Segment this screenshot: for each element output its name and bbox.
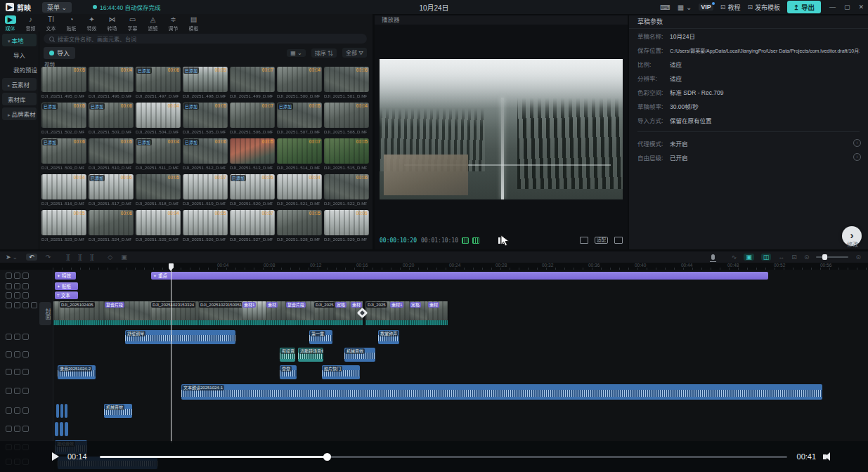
freeze-frame-icon[interactable]: ◇ bbox=[108, 254, 112, 261]
preview-quality-icon[interactable] bbox=[580, 237, 588, 244]
main-track-clip[interactable]: 素材1 bbox=[242, 301, 266, 325]
audio-clip[interactable] bbox=[55, 422, 58, 436]
track-header-icon[interactable] bbox=[14, 407, 20, 414]
fit-ratio-button[interactable]: 适配 bbox=[595, 237, 608, 244]
preview-axis-icon[interactable]: ↔ bbox=[778, 254, 784, 261]
media-clip[interactable]: 00:07DJI_20251..527_D.MP4 bbox=[230, 210, 275, 242]
media-clip[interactable]: 00:06DJI_20251..501_D.MP4 bbox=[324, 67, 369, 98]
track-header-icon[interactable] bbox=[14, 369, 20, 375]
media-clip[interactable]: 00:05DJI_20251..495_D.MP4 bbox=[41, 67, 86, 98]
media-clip[interactable]: 00:05已添加DJI_20251..502_D.MP4 bbox=[41, 103, 86, 134]
media-clip[interactable]: 00:04已添加DJI_20251..511_D.MP4 bbox=[136, 138, 181, 170]
publish-template-button[interactable]: ⊡ 发布模板 bbox=[747, 3, 780, 12]
redo-icon[interactable]: ↷ bbox=[46, 254, 51, 261]
audio-clip[interactable] bbox=[65, 422, 68, 436]
track-header-icon[interactable] bbox=[14, 388, 20, 394]
playhead-handle[interactable] bbox=[169, 263, 174, 268]
media-clip[interactable]: 00:07DJI_20251..499_D.MP4 bbox=[230, 67, 275, 98]
sidebar-item-导入[interactable]: 导入 bbox=[2, 48, 37, 61]
audio-clip[interactable]: 第一章 bbox=[309, 330, 332, 344]
track-header-icon[interactable] bbox=[6, 351, 12, 358]
media-clip[interactable]: 00:04DJI_20251..504_D.MP4 bbox=[136, 103, 181, 134]
media-clip[interactable]: 00:04DJI_20251..500_D.MP4 bbox=[277, 67, 322, 98]
undo-icon[interactable]: ↶ bbox=[26, 254, 37, 261]
media-clip[interactable]: 00:05DJI_20251..518_D.MP4 bbox=[136, 174, 181, 206]
track-header-icon[interactable] bbox=[22, 388, 29, 394]
track-header-icon[interactable] bbox=[6, 407, 12, 414]
filter-button[interactable]: 全部 ⛛ bbox=[342, 48, 367, 58]
audio-clip[interactable] bbox=[60, 422, 63, 436]
search-input[interactable]: 搜索文件名称、画面元素、台词 bbox=[44, 34, 367, 44]
close-button[interactable]: ✕ bbox=[858, 4, 864, 11]
tab-转场[interactable]: ⋈转场 bbox=[102, 14, 122, 32]
track-header-icon[interactable] bbox=[22, 407, 29, 414]
media-clip[interactable]: 00:07DJI_20251..506_D.MP4 bbox=[230, 103, 275, 134]
track-header-icon[interactable] bbox=[14, 283, 20, 289]
media-clip[interactable]: 00:04DJI_20251..496_D.MP4 bbox=[89, 67, 134, 98]
audio-clip[interactable] bbox=[56, 404, 59, 418]
maximize-button[interactable]: ▢ bbox=[844, 4, 850, 11]
menu-button[interactable]: 菜单 ⌄ bbox=[42, 2, 72, 13]
audio-clip[interactable]: 登登 bbox=[280, 365, 297, 379]
split-icon[interactable]: ][ bbox=[66, 254, 70, 261]
timeline-zoom-slider[interactable] bbox=[816, 256, 848, 258]
sidebar-item-素材库[interactable]: 素材库 bbox=[2, 93, 37, 105]
audio-clip[interactable] bbox=[65, 404, 67, 418]
main-track-clip[interactable]: 复合片段 bbox=[285, 301, 314, 325]
select-tool-caret-icon[interactable]: ⌄ bbox=[13, 254, 18, 261]
media-clip[interactable]: 00:05DJI_20251..526_D.MP4 bbox=[183, 210, 228, 242]
audio-clip[interactable]: 录音20251024-2 bbox=[58, 365, 96, 379]
media-clip[interactable]: 00:06已添加DJI_20251..503_D.MP4 bbox=[89, 103, 134, 134]
play-button[interactable] bbox=[52, 452, 59, 461]
track-header-icon[interactable] bbox=[14, 273, 20, 279]
track-header-icon[interactable] bbox=[22, 334, 29, 340]
tab-音频[interactable]: ♪音频 bbox=[20, 14, 41, 32]
track-header-icon[interactable] bbox=[22, 302, 29, 308]
track-header-icon[interactable] bbox=[14, 351, 20, 358]
track-header-icon[interactable] bbox=[14, 302, 20, 308]
link-icon[interactable]: ∿ bbox=[732, 254, 737, 261]
fullscreen-icon[interactable] bbox=[614, 237, 623, 244]
main-track-clip[interactable]: DJI_2025102405 bbox=[59, 301, 105, 325]
delete-left-icon[interactable]: ][ bbox=[78, 254, 82, 261]
media-clip[interactable]: 00:05已添加DJI_20251..505_D.MP4 bbox=[183, 103, 228, 134]
track-header-icon[interactable] bbox=[6, 388, 12, 394]
track-header-icon[interactable] bbox=[22, 369, 29, 375]
audio-clip[interactable]: 机械音效 bbox=[104, 404, 132, 418]
main-track-clip[interactable]: DJI_2025 bbox=[365, 301, 390, 325]
media-clip[interactable]: 00:05已添加DJI_20251..520_D.MP4 bbox=[230, 174, 275, 206]
quality-icon-1[interactable] bbox=[462, 237, 469, 244]
track-header-icon[interactable] bbox=[22, 426, 29, 432]
tab-媒体[interactable]: ▶媒体 bbox=[0, 14, 20, 32]
media-clip[interactable]: 00:06DJI_20251..529_D.MP4 bbox=[324, 210, 369, 242]
sidebar-item-本地[interactable]: 本地 bbox=[2, 34, 37, 46]
effect-clip[interactable]: ✦重点 bbox=[151, 272, 768, 280]
quality-icon-2[interactable] bbox=[472, 237, 479, 244]
tab-文本[interactable]: TI文本 bbox=[41, 14, 61, 32]
media-clip[interactable]: 00:06已添加DJI_20251..497_D.MP4 bbox=[136, 67, 181, 98]
auto-snap-icon[interactable]: ◫ bbox=[761, 254, 772, 261]
view-mode-toggle[interactable]: ▦ ⌄ bbox=[287, 49, 305, 57]
tab-特效[interactable]: ✦特效 bbox=[82, 14, 102, 32]
tab-调节[interactable]: ≑调节 bbox=[163, 14, 183, 32]
track-header-icon[interactable] bbox=[6, 292, 12, 299]
audio-clip[interactable]: 清脆转场音效 bbox=[298, 348, 323, 362]
effect-clip[interactable]: ✦特效 bbox=[55, 272, 76, 280]
media-clip[interactable]: 00:04DJI_20251..516_D.MP4 bbox=[41, 174, 86, 206]
mask-icon[interactable]: ▣ bbox=[121, 254, 127, 261]
export-button[interactable]: ↥ 导出 bbox=[787, 1, 821, 13]
audio-clip[interactable]: 机械音效 bbox=[344, 348, 375, 362]
track-header-icon[interactable] bbox=[6, 369, 12, 375]
track-header-icon[interactable] bbox=[6, 302, 12, 308]
text-clip[interactable]: T文本 bbox=[55, 291, 78, 299]
main-track-clip[interactable]: DJI_20251023150051_0.. bbox=[198, 301, 242, 325]
track-header-icon[interactable] bbox=[14, 426, 20, 432]
audio-clip[interactable]: 舒缓钢琴 bbox=[125, 330, 235, 344]
tab-贴纸[interactable]: ◔贴纸 bbox=[61, 14, 82, 32]
track-header-icon[interactable] bbox=[6, 273, 12, 279]
track-header-icon[interactable] bbox=[22, 283, 29, 289]
shortcut-keys-icon[interactable]: ⌨ bbox=[660, 4, 670, 11]
modify-button[interactable]: 修改 bbox=[847, 240, 858, 248]
zoom-out-icon[interactable]: ⊙ bbox=[804, 254, 810, 261]
audio-clip[interactable]: 教堂钟声 bbox=[378, 330, 399, 344]
